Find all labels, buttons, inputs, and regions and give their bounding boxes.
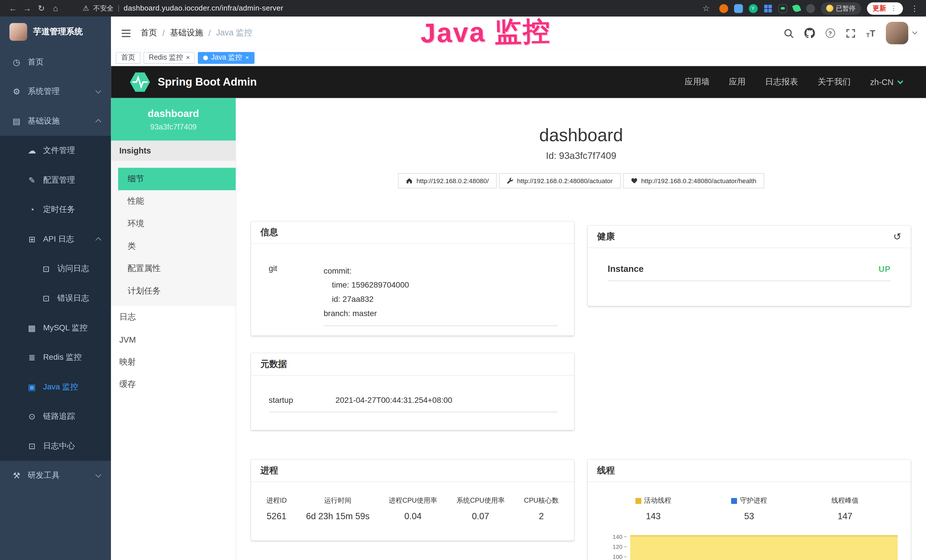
sidebar-item-java-monitor[interactable]: ▣ Java 监控 (0, 372, 111, 402)
help-icon[interactable]: ? (825, 28, 835, 38)
breadcrumb-current: Java 监控 (216, 28, 252, 38)
instance-header: dashboard 93a3fc7f7409 (111, 98, 236, 141)
fullscreen-icon[interactable] (846, 28, 856, 38)
sba-item-metrics[interactable]: 性能 (118, 190, 236, 213)
sba-item-env[interactable]: 环境 (118, 212, 236, 235)
sba-nav-journal[interactable]: 日志报表 (765, 77, 798, 87)
access-log-icon: ⊡ (41, 264, 51, 274)
breadcrumb-home[interactable]: 首页 (141, 28, 157, 38)
tab-java-monitor[interactable]: Java 监控 × (198, 51, 254, 64)
sidebar-item-home[interactable]: ◷ 首页 (0, 47, 111, 77)
sba-nav-about[interactable]: 关于我们 (818, 77, 851, 87)
actuator-url-link[interactable]: http://192.168.0.2:48080/actuator (499, 173, 620, 189)
sba-item-config-props[interactable]: 配置属性 (118, 257, 236, 280)
active-dot-icon (203, 55, 208, 60)
update-button[interactable]: 更新 ⋮ (867, 2, 903, 14)
sba-item-classes[interactable]: 类 (118, 235, 236, 257)
health-card: 健康 ↺ Instance UP (587, 226, 911, 306)
locale-selector[interactable]: zh-CN (870, 77, 902, 87)
tab-redis-monitor[interactable]: Redis 监控 × (144, 51, 195, 64)
sidebar-item-mysql-monitor[interactable]: ▦ MySQL 监控 (0, 313, 111, 343)
sidebar-item-scheduled-jobs[interactable]: ◔ 定时任务 (0, 195, 111, 224)
sidebar-item-redis-monitor[interactable]: ≣ Redis 监控 (0, 343, 111, 372)
tab-home[interactable]: 首页 (116, 51, 141, 64)
metadata-row: startup 2021-04-27T00:44:31.254+08:00 (269, 396, 558, 412)
reload-icon[interactable]: ↻ (34, 3, 48, 13)
close-icon[interactable]: × (186, 54, 190, 61)
stat-process-cpu: 进程CPU使用率 0.04 (389, 496, 437, 521)
metadata-card: 元数据 startup 2021-04-27T00:44:31.254+08:0… (251, 353, 574, 430)
info-card: 信息 git commit: time: 1596289704000 id: 2… (251, 222, 574, 336)
bookmark-star-icon[interactable]: ☆ (699, 3, 713, 13)
insights-group: 细节 性能 环境 类 配置属性 计划任务 (111, 160, 236, 306)
sba-navbar: Spring Boot Admin 应用墙 应用 日志报表 关于我们 zh-CN (111, 66, 926, 98)
main-area: 首页 / 基础设施 / Java 监控 ? TT (111, 17, 926, 560)
emoji-face-icon (826, 5, 833, 12)
update-label: 更新 (873, 4, 887, 12)
sba-nav-wall[interactable]: 应用墙 (685, 77, 710, 87)
redis-icon: ≣ (27, 353, 36, 362)
sba-item-logs[interactable]: 日志 (111, 306, 236, 328)
gear-icon: ⚙ (12, 87, 21, 96)
wrench-icon (507, 177, 514, 184)
sba-content: dashboard Id: 93a3fc7f7409 http://192.16… (236, 98, 926, 560)
browser-toolbar-right: ☆ Y 已暂停 更新 ⋮ ⋮ (699, 2, 920, 14)
chevron-down-icon (897, 78, 903, 83)
sidebar-item-tracing[interactable]: ⊙ 链路追踪 (0, 402, 111, 431)
paused-badge[interactable]: 已暂停 (820, 2, 861, 14)
extension-icon[interactable]: Y (749, 4, 758, 12)
extension-grid-icon[interactable] (763, 4, 772, 12)
infrastructure-icon: ▤ (12, 117, 21, 126)
search-icon[interactable] (784, 28, 793, 38)
sidebar-item-system-mgmt[interactable]: ⚙ 系统管理 (0, 77, 111, 106)
sba-item-jvm[interactable]: JVM (111, 328, 236, 351)
sidebar-item-dev-tools[interactable]: ⚒ 研发工具 (0, 461, 111, 490)
status-badge: UP (878, 264, 890, 273)
font-size-icon[interactable]: TT (866, 28, 875, 38)
insights-group-label: Insights (111, 141, 236, 160)
extension-icon[interactable] (719, 4, 728, 12)
sidebar-item-config-mgmt[interactable]: ✎ 配置管理 (0, 165, 111, 195)
hamburger-icon[interactable] (120, 27, 132, 38)
stat-cpu-cores: CPU核心数 2 (524, 496, 559, 521)
sba-nav-applications[interactable]: 应用 (729, 77, 746, 87)
trace-eye-icon: ⊙ (27, 412, 36, 421)
sba-brand[interactable]: Spring Boot Admin (130, 72, 257, 92)
active-threads-area (630, 535, 898, 560)
extension-icon[interactable] (734, 4, 743, 12)
sba-item-scheduled-tasks[interactable]: 计划任务 (118, 280, 236, 303)
forward-icon[interactable]: → (20, 3, 34, 13)
browser-menu-icon[interactable]: ⋮ (909, 4, 920, 12)
history-icon[interactable]: ↺ (893, 231, 901, 242)
sidebar-item-log-center[interactable]: ⊡ 日志中心 (0, 431, 111, 461)
app-logo-row[interactable]: 芋道管理系统 (0, 17, 111, 47)
sidebar-item-file-mgmt[interactable]: ☁ 文件管理 (0, 136, 111, 165)
extension-switch-icon[interactable] (778, 4, 787, 12)
sba-item-details[interactable]: 细节 (118, 168, 236, 190)
browser-home-icon[interactable]: ⌂ (48, 3, 63, 13)
git-key: git (269, 264, 324, 326)
legend-daemon-threads: 守护进程 53 (701, 496, 797, 521)
address-bar[interactable]: ⚠ 不安全 | dashboard.yudao.iocoder.cn/infra… (83, 4, 283, 12)
health-card-title: 健康 (597, 231, 615, 242)
service-url-link[interactable]: http://192.168.0.2:48080/ (398, 173, 496, 189)
git-value: commit: time: 1596289704000 id: 27aa832 … (324, 264, 558, 326)
leaf-extension-icon[interactable] (792, 4, 801, 13)
extension-icon[interactable] (806, 4, 815, 12)
user-menu[interactable] (886, 22, 917, 44)
breadcrumb-section[interactable]: 基础设施 (170, 28, 203, 38)
chevron-down-icon (912, 29, 917, 35)
sidebar-item-access-logs[interactable]: ⊡ 访问日志 (0, 254, 111, 283)
process-card: 进程 进程ID 5261 运行时间 6d 23h 15m 59s (251, 460, 574, 540)
sidebar-item-error-logs[interactable]: ⊡ 错误日志 (0, 283, 111, 313)
close-icon[interactable]: × (245, 54, 249, 61)
sidebar-item-infrastructure[interactable]: ▤ 基础设施 (0, 106, 111, 136)
github-icon[interactable] (804, 28, 815, 38)
threads-card: 线程 活动线程 143 (587, 460, 911, 560)
back-icon[interactable]: ← (6, 3, 20, 13)
sba-item-mappings[interactable]: 映射 (111, 351, 236, 374)
sba-item-caches[interactable]: 缓存 (111, 374, 236, 396)
sidebar-item-api-logs[interactable]: ⊞ API 日志 (0, 224, 111, 254)
health-url-link[interactable]: http://192.168.0.2:48080/actuator/health (623, 173, 764, 189)
y-tick-120: 120 (587, 543, 626, 549)
